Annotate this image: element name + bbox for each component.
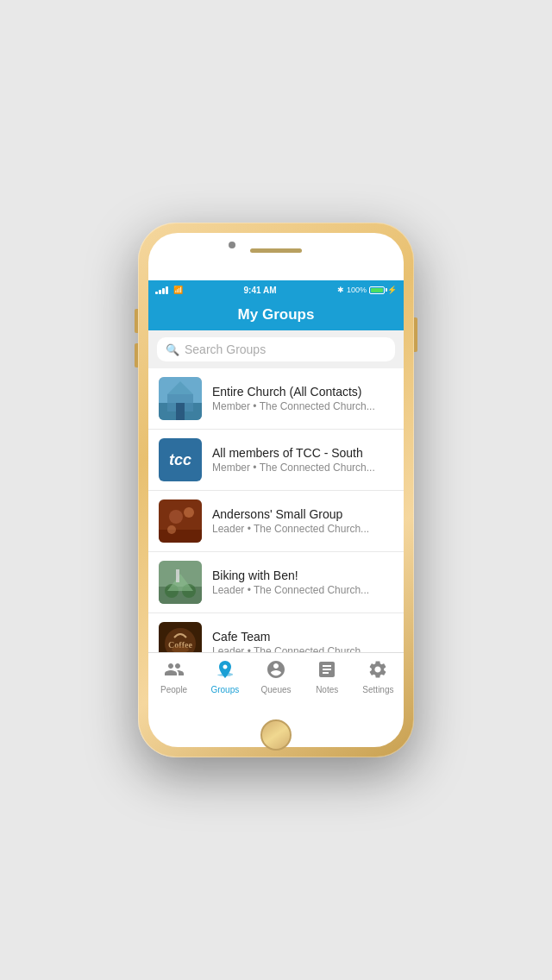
- lightning-icon: ⚡: [387, 286, 397, 294]
- home-button[interactable]: [260, 719, 292, 751]
- volume-down-button[interactable]: [135, 343, 138, 368]
- wifi-icon: 📶: [173, 286, 183, 294]
- battery-percent: 100%: [347, 286, 367, 294]
- tab-groups[interactable]: Groups: [199, 653, 250, 700]
- group-meta: Member • The Connected Church...: [212, 400, 393, 412]
- speaker: [250, 248, 302, 253]
- status-time: 9:41 AM: [243, 286, 276, 295]
- tab-label-settings: Settings: [362, 685, 393, 694]
- phone-screen: 📶 9:41 AM ✱ 100% ⚡ My Groups: [148, 233, 404, 747]
- tab-label-notes: Notes: [316, 685, 338, 694]
- tab-settings[interactable]: Settings: [353, 653, 404, 700]
- tab-queues[interactable]: Queues: [250, 653, 301, 700]
- group-info: Biking with Ben!Leader • The Connected C…: [212, 569, 393, 596]
- group-avatar: [159, 499, 202, 543]
- tab-people[interactable]: People: [148, 653, 199, 700]
- phone-frame: 📶 9:41 AM ✱ 100% ⚡ My Groups: [138, 223, 414, 757]
- svg-rect-15: [176, 569, 179, 582]
- list-item[interactable]: Coffee Cafe TeamLeader • The Connected C…: [148, 613, 404, 652]
- tab-label-groups: Groups: [210, 685, 239, 694]
- group-avatar: tcc: [159, 438, 202, 481]
- bluetooth-icon: ✱: [337, 286, 344, 294]
- page-title: My Groups: [238, 306, 315, 323]
- list-item[interactable]: tccAll members of TCC - SouthMember • Th…: [148, 430, 404, 491]
- group-info: Andersons' Small GroupLeader • The Conne…: [212, 507, 393, 535]
- group-name: Biking with Ben!: [212, 569, 393, 582]
- battery-icon: [369, 286, 385, 294]
- group-avatar: Coffee: [159, 622, 202, 652]
- signal-icon: [155, 286, 168, 294]
- groups-icon: [215, 659, 235, 683]
- group-info: All members of TCC - SouthMember • The C…: [212, 446, 393, 474]
- group-info: Cafe TeamLeader • The Connected Church..…: [212, 630, 393, 652]
- group-info: Entire Church (All Contacts)Member • The…: [212, 385, 393, 412]
- search-input[interactable]: Search Groups: [185, 342, 266, 356]
- tcc-logo-text: tcc: [169, 451, 191, 469]
- tab-label-people: People: [160, 685, 187, 694]
- search-input-wrap[interactable]: 🔍 Search Groups: [157, 337, 395, 361]
- status-bar: 📶 9:41 AM ✱ 100% ⚡: [148, 280, 404, 299]
- battery-fill: [371, 288, 383, 292]
- navigation-bar: My Groups: [148, 299, 404, 330]
- group-meta: Member • The Connected Church...: [212, 462, 393, 474]
- power-button[interactable]: [414, 317, 417, 352]
- queues-icon: [266, 659, 286, 683]
- camera: [229, 242, 235, 248]
- svg-point-7: [184, 507, 194, 518]
- app-screen: 📶 9:41 AM ✱ 100% ⚡ My Groups: [148, 280, 404, 700]
- tab-label-queues: Queues: [260, 685, 291, 694]
- list-item[interactable]: Biking with Ben!Leader • The Connected C…: [148, 552, 404, 613]
- svg-rect-4: [176, 403, 185, 420]
- tab-bar: PeopleGroupsQueuesNotesSettings: [148, 652, 404, 700]
- people-icon: [164, 659, 185, 683]
- group-name: Cafe Team: [212, 630, 393, 644]
- group-name: Andersons' Small Group: [212, 507, 393, 521]
- settings-icon: [367, 659, 388, 683]
- svg-rect-8: [159, 530, 202, 543]
- group-avatar: [159, 561, 202, 604]
- group-avatar: [159, 377, 202, 420]
- group-name: Entire Church (All Contacts): [212, 385, 393, 399]
- volume-up-button[interactable]: [135, 309, 138, 333]
- notes-icon: [317, 659, 337, 683]
- status-right: ✱ 100% ⚡: [337, 286, 397, 294]
- search-bar-container: 🔍 Search Groups: [148, 330, 404, 368]
- svg-point-26: [223, 665, 227, 669]
- group-name: All members of TCC - South: [212, 446, 393, 460]
- status-left: 📶: [155, 286, 183, 294]
- list-item[interactable]: Andersons' Small GroupLeader • The Conne…: [148, 491, 404, 552]
- list-item[interactable]: Entire Church (All Contacts)Member • The…: [148, 368, 404, 430]
- group-meta: Leader • The Connected Church...: [212, 584, 393, 596]
- group-meta: Leader • The Connected Church...: [212, 645, 393, 652]
- svg-point-9: [167, 525, 176, 534]
- svg-point-6: [169, 510, 183, 524]
- group-list: Entire Church (All Contacts)Member • The…: [148, 368, 404, 652]
- group-meta: Leader • The Connected Church...: [212, 523, 393, 535]
- search-icon: 🔍: [166, 343, 179, 356]
- tab-notes[interactable]: Notes: [302, 653, 353, 700]
